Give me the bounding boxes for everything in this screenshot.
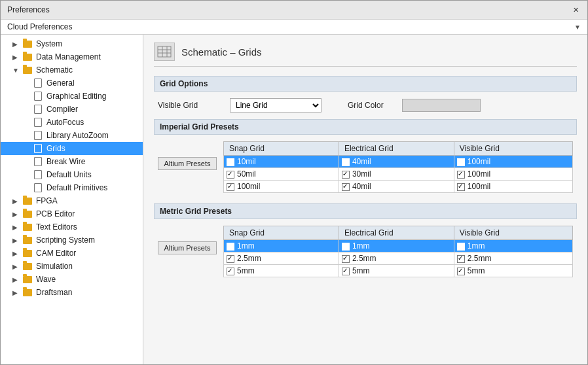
page-icon [32, 170, 44, 179]
page-icon [32, 118, 44, 127]
sidebar-item-autofocus[interactable]: AutoFocus [1, 116, 143, 129]
check-icon[interactable] [227, 268, 234, 275]
folder-icon [22, 52, 33, 61]
sidebar-item-text-editors[interactable]: ▶ Text Editors [1, 220, 143, 234]
metric-presets-row: Altium Presets Snap Grid Electrical Grid… [158, 226, 573, 277]
folder-icon [22, 262, 33, 271]
expand-arrow [23, 158, 32, 165]
check-icon[interactable] [227, 158, 234, 166]
check-icon[interactable] [457, 183, 465, 191]
page-icon [32, 157, 44, 166]
sidebar-item-grids[interactable]: Grids [1, 142, 143, 155]
check-icon[interactable] [457, 255, 465, 263]
sidebar-item-label: FPGA [36, 196, 58, 205]
check-icon[interactable] [342, 183, 350, 191]
sidebar: ▶ System ▶ Data Management ▼ Schematic G… [1, 35, 143, 364]
sidebar-item-label: Draftsman [36, 288, 72, 297]
sidebar-item-pcb-editor[interactable]: ▶ PCB Editor [1, 207, 143, 220]
expand-arrow: ▶ [12, 289, 22, 296]
sidebar-item-label: Scripting System [36, 235, 95, 245]
sidebar-item-compiler[interactable]: Compiler [1, 103, 143, 116]
sidebar-item-label: Graphical Editing [46, 92, 106, 101]
check-icon[interactable] [227, 243, 234, 251]
cloud-bar[interactable]: Cloud Preferences ▼ [1, 20, 587, 35]
vis-cell: 1mm [454, 240, 572, 252]
sidebar-item-draftsman[interactable]: ▶ Draftsman [1, 286, 143, 299]
expand-arrow: ▶ [12, 54, 22, 61]
sidebar-item-default-units[interactable]: Default Units [1, 168, 143, 181]
table-row[interactable]: 10mil 40mil 100mil [224, 156, 573, 168]
vis-cell: 100mil [454, 168, 572, 181]
sidebar-item-fpga[interactable]: ▶ FPGA [1, 194, 143, 207]
table-row[interactable]: 5mm 5mm 5mm [224, 265, 573, 277]
visible-grid-select[interactable]: Line Grid Dot Grid [230, 98, 322, 113]
page-icon [32, 78, 44, 88]
check-icon[interactable] [342, 268, 350, 275]
table-row[interactable]: 50mil 30mil 100mil [224, 168, 573, 181]
check-icon[interactable] [457, 171, 465, 179]
expand-arrow [23, 145, 32, 152]
check-icon[interactable] [342, 171, 350, 179]
expand-arrow: ▶ [12, 41, 22, 48]
expand-arrow: ▶ [12, 276, 22, 283]
folder-icon [22, 275, 33, 284]
folder-icon [22, 249, 33, 258]
folder-icon [22, 288, 33, 297]
imperial-presets-header: Imperial Grid Presets [154, 119, 577, 135]
sidebar-item-scripting-system[interactable]: ▶ Scripting System [1, 234, 143, 247]
folder-icon [22, 65, 33, 75]
col-header-elec: Electrical Grid [339, 226, 454, 240]
metric-altium-presets-button[interactable]: Altium Presets [158, 241, 217, 254]
col-header-elec: Electrical Grid [339, 142, 454, 156]
elec-cell: 40mil [339, 181, 454, 193]
sidebar-item-schematic[interactable]: ▼ Schematic [1, 63, 143, 77]
sidebar-item-graphical-editing[interactable]: Graphical Editing [1, 90, 143, 103]
svg-rect-0 [158, 46, 171, 57]
sidebar-item-data-management[interactable]: ▶ Data Management [1, 50, 143, 63]
close-button[interactable]: ✕ [570, 5, 581, 15]
expand-arrow [23, 93, 32, 100]
sidebar-item-library-autozoom[interactable]: Library AutoZoom [1, 129, 143, 142]
check-icon[interactable] [342, 158, 350, 166]
check-icon[interactable] [227, 171, 234, 179]
expand-arrow [23, 106, 32, 113]
sidebar-item-cam-editor[interactable]: ▶ CAM Editor [1, 247, 143, 260]
check-icon[interactable] [457, 243, 465, 251]
metric-presets-header: Metric Grid Presets [154, 203, 577, 219]
col-header-vis: Visible Grid [454, 142, 572, 156]
metric-presets-section: Altium Presets Snap Grid Electrical Grid… [154, 226, 577, 277]
sidebar-item-label: Default Primitives [46, 183, 107, 192]
vis-cell: 100mil [454, 156, 572, 168]
sidebar-item-default-primitives[interactable]: Default Primitives [1, 181, 143, 194]
check-icon[interactable] [457, 158, 465, 166]
title-bar: Preferences ✕ [1, 1, 587, 20]
check-icon[interactable] [227, 183, 234, 191]
table-row[interactable]: 1mm 1mm 1mm [224, 240, 573, 252]
imperial-altium-presets-button[interactable]: Altium Presets [158, 157, 217, 170]
sidebar-item-wave[interactable]: ▶ Wave [1, 273, 143, 286]
folder-icon [22, 209, 33, 218]
imperial-presets-table: Snap Grid Electrical Grid Visible Grid 1… [223, 141, 573, 193]
sidebar-item-general[interactable]: General [1, 77, 143, 90]
snap-cell: 2.5mm [224, 252, 339, 265]
sidebar-item-system[interactable]: ▶ System [1, 37, 143, 50]
check-icon[interactable] [342, 255, 350, 263]
sidebar-item-break-wire[interactable]: Break Wire [1, 155, 143, 168]
page-icon [32, 92, 44, 101]
table-row[interactable]: 2.5mm 2.5mm 2.5mm [224, 252, 573, 265]
elec-cell: 2.5mm [339, 252, 454, 265]
check-icon[interactable] [227, 255, 234, 263]
expand-arrow [23, 132, 32, 139]
sidebar-item-simulation[interactable]: ▶ Simulation [1, 260, 143, 273]
elec-cell: 5mm [339, 265, 454, 277]
sidebar-item-label: Grids [46, 144, 65, 153]
grid-color-picker[interactable] [402, 99, 481, 112]
table-row[interactable]: 100mil 40mil 100mil [224, 181, 573, 193]
expand-arrow [23, 119, 32, 126]
preferences-window: Preferences ✕ Cloud Preferences ▼ ▶ Syst… [0, 0, 588, 365]
grid-options-row: Visible Grid Line Grid Dot Grid Grid Col… [154, 98, 577, 113]
check-icon[interactable] [457, 268, 465, 275]
page-icon [32, 183, 44, 192]
check-icon[interactable] [342, 243, 350, 251]
panel-header: Schematic – Grids [154, 43, 577, 67]
